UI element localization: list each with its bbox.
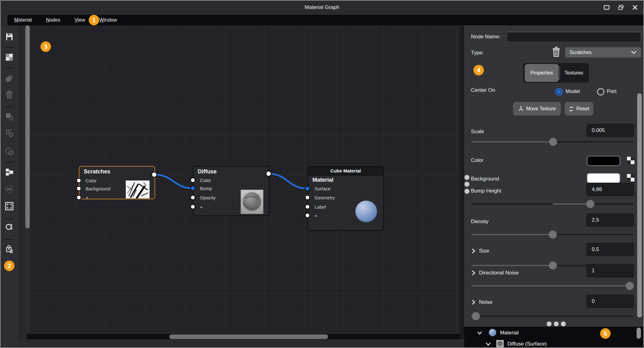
chevron-down-icon	[631, 51, 637, 54]
bump-height-slider-thumb[interactable]	[586, 200, 594, 208]
node-graph-icon[interactable]	[5, 168, 14, 177]
diffuse-color-input-port[interactable]	[190, 177, 196, 183]
pagination-dot[interactable]	[554, 321, 559, 326]
density-slider-thumb[interactable]	[549, 231, 557, 239]
circular-arrows-icon[interactable]	[5, 222, 14, 231]
noise-value[interactable]: 0	[586, 295, 634, 308]
chevron-right-icon[interactable]	[471, 270, 476, 275]
duplicate-icon[interactable]	[5, 74, 14, 83]
chevron-down-icon[interactable]	[477, 330, 482, 335]
dashed-circle-arrows-icon[interactable]	[5, 185, 14, 194]
menu-view[interactable]: View	[70, 17, 89, 23]
node-title: Scratches	[84, 168, 110, 175]
size-value[interactable]: 0,5	[586, 243, 634, 256]
port-label: Color	[86, 178, 97, 183]
diffuse-bump-input-port[interactable]	[190, 185, 196, 191]
tree-row-material[interactable]: Material	[500, 330, 519, 336]
port-label: Opacity	[200, 195, 216, 200]
callout-badge-1: 1	[89, 15, 99, 25]
scratches-texture-thumbnail	[126, 180, 150, 198]
reset-icon	[569, 106, 574, 112]
node-diffuse[interactable]: Diffuse	[193, 166, 269, 216]
tree-scrollbar-thumb[interactable]	[637, 328, 641, 339]
bump-height-slider[interactable]	[471, 200, 633, 208]
density-slider[interactable]	[471, 231, 633, 239]
checkerboard-icon[interactable]	[5, 53, 14, 62]
port-label: Label	[315, 204, 326, 210]
move-texture-button[interactable]: Move Texture	[513, 102, 561, 116]
port-label: +	[315, 213, 317, 218]
density-value[interactable]: 2,5	[586, 213, 634, 227]
material-geometry-input-port[interactable]	[305, 195, 310, 200]
trash-icon[interactable]	[551, 46, 561, 58]
node-title: Material	[312, 177, 333, 183]
scratches-add-input-port[interactable]	[76, 195, 82, 200]
checker-icon[interactable]	[627, 174, 634, 181]
menu-material[interactable]: Material	[10, 17, 36, 23]
type-dropdown[interactable]: Scratches	[565, 47, 641, 57]
dots-clock-icon[interactable]	[5, 128, 14, 138]
maximize-button[interactable]	[603, 3, 611, 11]
diffuse-add-input-port[interactable]	[190, 204, 196, 210]
menubar: Material Nodes View Window	[7, 15, 643, 25]
chevron-right-icon[interactable]	[471, 300, 476, 305]
scale-slider-thumb[interactable]	[549, 138, 557, 146]
tab-textures[interactable]: Textures	[561, 64, 587, 82]
bump-height-value[interactable]: 4,86	[586, 183, 634, 196]
reset-button[interactable]: Reset	[565, 102, 593, 116]
pagination-dot[interactable]	[561, 321, 566, 326]
color-swatch[interactable]	[587, 156, 620, 166]
background-label: Background	[471, 176, 499, 182]
material-label-input-port[interactable]	[305, 204, 310, 210]
scratches-color-input-port[interactable]	[76, 178, 82, 183]
background-swatch[interactable]	[587, 173, 620, 183]
menu-nodes[interactable]: Nodes	[42, 17, 65, 23]
noise-slider-thumb[interactable]	[472, 312, 480, 320]
node-graph-canvas[interactable]: Scratches Color Background +	[18, 25, 464, 348]
diffuse-material-thumbnail	[241, 190, 263, 214]
diffuse-opacity-input-port[interactable]	[190, 195, 196, 200]
model-radio[interactable]	[555, 88, 563, 95]
tab-properties[interactable]: Properties	[525, 64, 559, 82]
close-icon[interactable]	[631, 3, 639, 11]
material-add-input-port[interactable]	[305, 213, 310, 218]
window-title: Material Graph	[1, 1, 643, 14]
scale-value[interactable]: 0,005	[586, 124, 634, 137]
scratches-background-input-port[interactable]	[76, 186, 82, 191]
port-label: Bump	[200, 186, 212, 191]
fit-view-icon[interactable]	[5, 202, 14, 211]
size-slider-thumb[interactable]	[549, 261, 557, 269]
trash-icon[interactable]	[5, 90, 14, 99]
panel-scrollbar-thumb[interactable]	[637, 93, 642, 317]
canvas-horizontal-scrollbar-thumb[interactable]	[169, 334, 328, 339]
square-circle-icon[interactable]	[5, 112, 14, 121]
density-label: Density	[471, 219, 489, 225]
material-tree: Material Diffuse (Surface)	[464, 327, 644, 348]
directional-noise-value[interactable]: 1	[586, 264, 634, 278]
node-name-input[interactable]	[507, 32, 641, 42]
chevron-down-icon[interactable]	[486, 342, 491, 346]
bag-sync-icon[interactable]	[5, 244, 14, 253]
scratches-output-port[interactable]	[151, 172, 157, 178]
part-radio-label: Part	[607, 88, 616, 95]
diffuse-output-port[interactable]	[265, 171, 272, 177]
scale-slider[interactable]	[471, 138, 633, 146]
splitter-dot[interactable]	[464, 189, 469, 194]
floppy-save-icon[interactable]	[5, 32, 14, 41]
dotted-circle-clock-icon[interactable]	[5, 147, 14, 156]
material-surface-input-port[interactable]	[305, 186, 310, 191]
directional-noise-slider-thumb[interactable]	[626, 282, 634, 290]
canvas-vertical-scrollbar-thumb[interactable]	[25, 25, 30, 228]
noise-slider[interactable]	[471, 312, 633, 320]
directional-noise-slider[interactable]	[471, 282, 633, 290]
tree-row-diffuse-surface[interactable]: Diffuse (Surface)	[507, 341, 547, 347]
restore-button[interactable]	[617, 3, 625, 11]
port-label: Geometry	[315, 195, 335, 200]
callout-badge-3: 3	[40, 41, 51, 52]
splitter-dot[interactable]	[464, 182, 469, 187]
part-radio[interactable]	[597, 88, 604, 95]
checker-icon[interactable]	[627, 157, 634, 164]
pagination-dot[interactable]	[547, 321, 552, 326]
chevron-right-icon[interactable]	[471, 248, 476, 253]
splitter-dot[interactable]	[464, 175, 469, 180]
